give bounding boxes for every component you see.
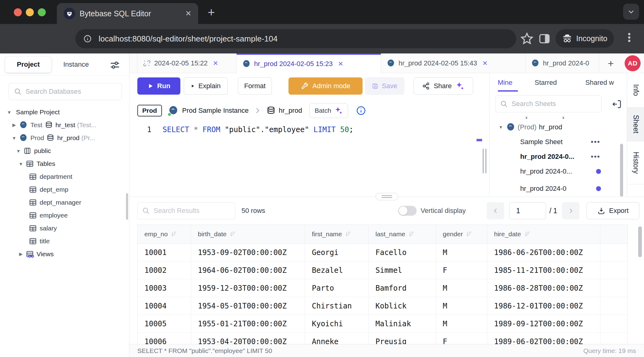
table-row[interactable]: 100061953-04-20T00:00:00ZAnnekePreusigF1… bbox=[138, 333, 627, 344]
info-icon[interactable] bbox=[356, 106, 366, 116]
table-scrollbar[interactable] bbox=[638, 226, 642, 343]
caret-down-icon[interactable]: ▼ bbox=[7, 110, 12, 115]
scrollbar-thumb[interactable] bbox=[620, 144, 623, 197]
tree-item-hr-prod[interactable]: ▼ Prod hr_prod (Pr... bbox=[0, 131, 129, 144]
editor-tab-1[interactable]: 2024-02-05 15:22 ✕ bbox=[137, 53, 237, 73]
sort-icon[interactable] bbox=[408, 231, 415, 237]
table-row[interactable]: 100051955-01-21T00:00:00ZKyoichiMaliniak… bbox=[138, 315, 627, 333]
column-header[interactable]: first_name bbox=[305, 225, 369, 243]
table-row[interactable]: 100021964-06-02T00:00:00ZBezalelSimmelF1… bbox=[138, 261, 627, 279]
sort-icon[interactable] bbox=[524, 231, 531, 237]
sheet-item-selected[interactable]: hr_prod 2024-0... ••• bbox=[489, 149, 627, 164]
more-options-icon[interactable]: ••• bbox=[591, 152, 600, 161]
explain-button[interactable]: Explain bbox=[184, 77, 228, 95]
sort-icon[interactable] bbox=[345, 231, 352, 237]
column-header[interactable]: birth_date bbox=[191, 225, 305, 243]
tab-shared[interactable]: Shared w bbox=[585, 73, 614, 92]
close-tab-icon[interactable]: ✕ bbox=[482, 60, 488, 67]
search-databases-input[interactable]: Search Databases bbox=[9, 83, 122, 100]
save-button[interactable]: Save bbox=[365, 77, 404, 95]
page-number-input[interactable]: 1 bbox=[509, 202, 546, 219]
database-name[interactable]: hr_prod bbox=[279, 107, 302, 115]
tree-item-tables[interactable]: ▼ Tables bbox=[0, 157, 129, 170]
close-tab-icon[interactable]: ✕ bbox=[338, 60, 344, 68]
prev-page-button[interactable] bbox=[487, 202, 504, 219]
share-button[interactable]: Share bbox=[414, 77, 473, 95]
tab-starred[interactable]: Starred bbox=[535, 73, 557, 92]
sidebar-scrollbar-thumb[interactable] bbox=[126, 193, 128, 220]
table-row[interactable]: 100031959-12-03T00:00:00ZPartoBamfordM19… bbox=[138, 279, 627, 297]
window-minimize-button[interactable] bbox=[26, 8, 34, 16]
column-header[interactable]: last_name bbox=[369, 225, 436, 243]
column-header[interactable]: gender bbox=[436, 225, 487, 243]
tree-item-table-dept-emp[interactable]: dept_emp bbox=[0, 183, 129, 196]
column-header[interactable]: emp_no bbox=[138, 225, 191, 243]
close-tab-icon[interactable]: ✕ bbox=[213, 60, 218, 67]
collapse-panel-icon[interactable] bbox=[612, 99, 622, 109]
browser-menu-icon[interactable] bbox=[622, 31, 636, 44]
batch-button[interactable]: Batch bbox=[309, 103, 348, 118]
editor-tab-2-active[interactable]: hr_prod 2024-02-05 15:23 ✕ bbox=[237, 53, 381, 73]
next-page-button[interactable] bbox=[562, 202, 579, 219]
search-results-input[interactable]: Search Results bbox=[137, 202, 235, 219]
panel-resize-handle[interactable] bbox=[483, 149, 486, 173]
window-close-button[interactable] bbox=[14, 8, 22, 16]
tree-item-views[interactable]: ▶ Views bbox=[0, 248, 129, 261]
vertical-display-toggle[interactable] bbox=[398, 206, 417, 216]
tree-item-table-department[interactable]: department bbox=[0, 170, 129, 183]
url-bar[interactable]: localhost:8080/sql-editor/sheet/project-… bbox=[75, 29, 516, 48]
tab-project[interactable]: Project bbox=[5, 56, 52, 73]
run-button[interactable]: Run bbox=[137, 77, 180, 95]
results-resize-handle[interactable] bbox=[375, 193, 398, 200]
tab-instance[interactable]: Instance bbox=[60, 56, 92, 73]
browser-tab[interactable]: Bytebase SQL Editor ✕ bbox=[57, 3, 198, 24]
sheet-group-hr-prod[interactable]: ▼ (Prod) hr_prod bbox=[489, 120, 627, 135]
browser-tab-close-icon[interactable]: ✕ bbox=[185, 9, 191, 18]
caret-right-icon[interactable]: ▶ bbox=[18, 251, 23, 257]
editor-tab-4[interactable]: hr_prod 2024-0 bbox=[525, 53, 599, 73]
caret-down-icon[interactable]: ▼ bbox=[18, 161, 23, 167]
sort-icon[interactable] bbox=[466, 231, 473, 237]
tree-item-table-employee[interactable]: employee bbox=[0, 209, 129, 222]
editor-tab-3[interactable]: hr_prod 2024-02-05 15:43 ✕ bbox=[381, 53, 525, 73]
table-row[interactable]: 100041954-05-01T00:00:00ZChirstianKoblic… bbox=[138, 297, 627, 315]
more-options-icon[interactable]: ••• bbox=[591, 138, 600, 146]
tab-history[interactable]: History bbox=[627, 141, 644, 184]
sheet-item-unsaved[interactable]: hr_prod 2024-0... bbox=[489, 164, 627, 179]
new-tab-button[interactable]: + bbox=[208, 6, 215, 19]
tab-mine[interactable]: Mine bbox=[498, 73, 512, 92]
tree-item-hr-test[interactable]: ▶ Test hr_test (Test... bbox=[0, 119, 129, 131]
tab-sheet[interactable]: Sheet bbox=[627, 108, 644, 141]
sheet-scrollbar[interactable] bbox=[620, 116, 623, 197]
tree-item-sample-project[interactable]: ▼ Sample Project bbox=[0, 106, 129, 119]
format-button[interactable]: Format bbox=[238, 77, 272, 95]
tree-item-table-salary[interactable]: salary bbox=[0, 222, 129, 235]
user-avatar[interactable]: AD bbox=[625, 55, 641, 71]
table-row[interactable]: 100011953-09-02T00:00:00ZGeorgiFacelloM1… bbox=[138, 244, 627, 261]
tree-item-table-title[interactable]: title bbox=[0, 235, 129, 248]
search-sheets-input[interactable]: Search Sheets bbox=[495, 95, 602, 112]
filter-sliders-icon[interactable] bbox=[109, 60, 120, 71]
bookmark-star-icon[interactable] bbox=[520, 32, 534, 46]
caret-down-icon[interactable]: ▼ bbox=[16, 148, 21, 154]
scrollbar-thumb[interactable] bbox=[638, 226, 642, 257]
add-sheet-tab-button[interactable]: + bbox=[605, 57, 617, 69]
side-panel-icon[interactable] bbox=[538, 33, 551, 45]
sheet-item-sample-sheet[interactable]: Sample Sheet ••• bbox=[489, 135, 627, 149]
sort-icon[interactable] bbox=[230, 231, 236, 237]
caret-right-icon[interactable]: ▶ bbox=[12, 122, 17, 128]
tree-item-schema-public[interactable]: ▼ public bbox=[0, 144, 129, 157]
sql-code-editor[interactable]: 1 SELECT * FROM "public"."employee" LIMI… bbox=[129, 122, 489, 197]
column-header[interactable]: hire_date bbox=[487, 225, 600, 243]
sheet-item-clipped[interactable]: hr_prod 2024-0 bbox=[489, 181, 627, 196]
window-zoom-button[interactable] bbox=[38, 8, 46, 16]
caret-down-icon[interactable]: ▼ bbox=[499, 125, 503, 130]
sort-icon[interactable] bbox=[171, 231, 178, 237]
site-info-icon[interactable] bbox=[83, 34, 92, 43]
caret-down-icon[interactable]: ▼ bbox=[12, 135, 17, 141]
export-button[interactable]: Export bbox=[587, 202, 639, 219]
tab-search-button[interactable] bbox=[623, 4, 639, 20]
tree-item-table-dept-manager[interactable]: dept_manager bbox=[0, 196, 129, 209]
tab-info[interactable]: Info bbox=[627, 73, 644, 108]
instance-name[interactable]: Prod Sample Instance bbox=[182, 107, 249, 115]
